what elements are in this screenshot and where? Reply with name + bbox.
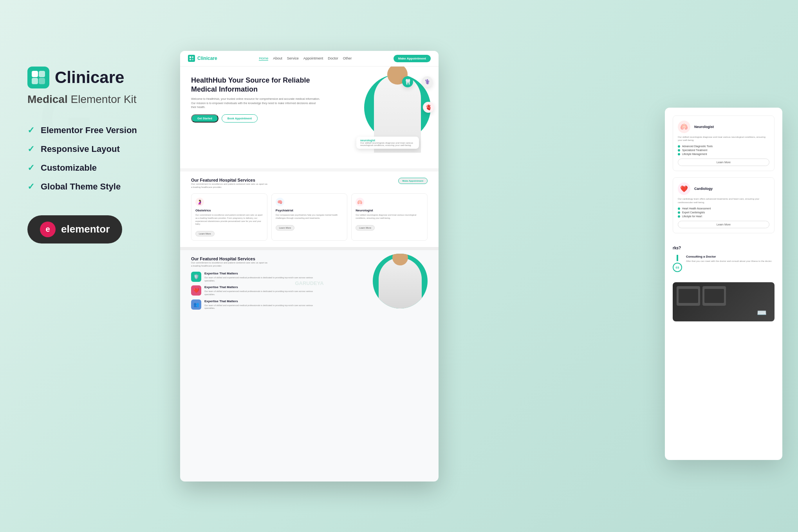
service-card-psychiatrist: 🧠 Psychiatrist Our compassionate psychia… — [271, 193, 348, 241]
section-2-desc: Our commitment to excellence and patient… — [191, 261, 269, 268]
expertise-icon-1: 🛡️ — [191, 272, 201, 282]
feature-cardio-dot-1 — [678, 207, 680, 210]
monitor-screen-2 — [704, 289, 724, 303]
feature-cardio-1: Heart Health Assessment — [678, 207, 769, 210]
feature-neuro-3: Lifestyle Management — [678, 153, 769, 155]
check-icon-3: ✓ — [27, 163, 34, 173]
features-list: ✓ Elementor Free Version ✓ Responsive La… — [27, 125, 172, 192]
feature-item-3: ✓ Customizable — [27, 163, 172, 173]
nav-link-home[interactable]: Home — [259, 56, 268, 61]
nav-link-service[interactable]: Service — [287, 56, 299, 61]
brand-icon — [27, 67, 49, 88]
psychiatrist-icon: 🧠 — [276, 198, 284, 206]
hero-section: HealthHub Your Source for Reliable Medic… — [180, 67, 439, 168]
keyboard-visual: ⌨️ — [757, 308, 767, 317]
nav-link-appointment[interactable]: Appointment — [303, 56, 323, 61]
obstetrics-emoji: 🤰 — [197, 200, 202, 205]
svg-rect-5 — [192, 56, 193, 58]
brand-svg-icon — [31, 70, 46, 85]
service-card-neurologist: 🫁 Neurologist Our skilled neurologists d… — [351, 193, 428, 241]
section-1-title: Our Featured Hospital Services — [191, 178, 269, 182]
monitor-screen-1 — [679, 289, 698, 303]
expertise-title-2: Expertise That Matters — [204, 285, 321, 289]
step-number-3: 03 — [673, 263, 682, 272]
section-1-title-area: Our Featured Hospital Services Our commi… — [191, 178, 269, 189]
step-connector: 03 — [673, 255, 682, 272]
hero-book-btn[interactable]: Book Appointment — [222, 114, 258, 123]
expertise-title-3: Expertise That Matters — [204, 299, 321, 303]
expertise-icon-2: ❤️ — [191, 285, 201, 296]
svg-rect-2 — [32, 78, 38, 84]
float-info-card: neurologist Our skilled neurologists dia… — [356, 137, 419, 149]
expertise-text-1: Expertise That Matters Our team of skill… — [204, 272, 321, 282]
float-tooth-icon: 🦷 — [402, 76, 413, 87]
specialist-features-2: Heart Health Assessment Expert Cardiolog… — [678, 207, 769, 218]
check-icon-2: ✓ — [27, 144, 34, 154]
obstetrics-learn-btn[interactable]: Learn More — [195, 231, 215, 236]
obstetrics-name: Obstetrics — [195, 209, 263, 212]
neurologist-emoji: 🫁 — [357, 200, 363, 205]
feature-label-2: Responsive Layout — [41, 144, 120, 154]
doctor-2-body — [379, 258, 422, 308]
monitor-group — [677, 286, 726, 306]
specialist-avatar-2: ❤️ — [678, 182, 690, 195]
hero-content: HealthHub Your Source for Reliable Medic… — [191, 76, 321, 123]
left-panel: Clinicare Medical Elementor Kit ✓ Elemen… — [16, 51, 184, 482]
expertise-desc-2: Our team of skilled and experienced medi… — [204, 290, 321, 296]
svg-rect-1 — [39, 71, 45, 77]
right-panel: 🫁 Neurologist Our skilled neurologists d… — [665, 108, 782, 460]
make-appointment-btn[interactable]: Make Appointment — [398, 178, 428, 184]
specialist-desc-2: Our cardiology team offers advanced trea… — [678, 197, 769, 204]
expertise-item-3: 👥 Expertise That Matters Our team of ski… — [191, 299, 321, 310]
specialist-features-1: Advanced Diagnostic Tools Specialized Tr… — [678, 145, 769, 155]
specialist-header-1: 🫁 Neurologist — [678, 121, 769, 133]
svg-rect-0 — [32, 71, 38, 77]
neurologist-icon: 🫁 — [356, 198, 364, 206]
nav-link-doctor[interactable]: Doctor — [328, 56, 338, 61]
doctor-2-image — [373, 254, 428, 308]
specialist-header-2: ❤️ Cardiology — [678, 182, 769, 195]
neurologist-learn-btn-right[interactable]: Learn More — [678, 159, 769, 166]
feature-neuro-1: Advanced Diagnostic Tools — [678, 145, 769, 148]
feature-dot-1 — [678, 145, 680, 148]
feature-cardio-text-1: Heart Health Assessment — [682, 207, 711, 210]
svg-rect-3 — [39, 78, 45, 84]
brand-name: Clinicare — [55, 68, 124, 87]
monitors-visual — [677, 286, 726, 306]
keyboard-icon: ⌨️ — [757, 308, 767, 317]
svg-rect-7 — [192, 59, 193, 60]
hero-title: HealthHub Your Source for Reliable Medic… — [191, 76, 321, 94]
hero-get-started-btn[interactable]: Get Started — [191, 114, 218, 123]
monitor-1 — [677, 286, 700, 306]
specialist-card-neurologist: 🫁 Neurologist Our skilled neurologists d… — [673, 115, 775, 171]
check-icon-4: ✓ — [27, 182, 34, 192]
expertise-item-1: 🛡️ Expertise That Matters Our team of sk… — [191, 272, 321, 282]
nav-brand-name: Clinicare — [197, 56, 217, 61]
cardiology-learn-btn-right[interactable]: Learn More — [678, 221, 769, 228]
specialist-name-1: Neurologist — [694, 125, 714, 129]
elementor-badge: e elementor — [27, 215, 122, 243]
nav-cta-button[interactable]: Make Appointment — [394, 55, 431, 62]
neurologist-name: Neurologist — [356, 209, 423, 212]
nav-link-about[interactable]: About — [273, 56, 282, 61]
psychiatrist-desc: Our compassionate psychiatrists help you… — [276, 214, 343, 220]
feature-item-4: ✓ Global Theme Style — [27, 182, 172, 192]
brand-logo: Clinicare — [27, 67, 172, 88]
step-title-3: Consulting a Doctor — [686, 255, 772, 258]
site-navigation: Clinicare Home About Service Appointment… — [180, 51, 439, 67]
expertise-desc-1: Our team of skilled and experienced medi… — [204, 276, 321, 282]
psychiatrist-learn-btn[interactable]: Learn More — [276, 225, 295, 231]
step-desc-3: After that you can meet with the doctor … — [686, 260, 772, 263]
nav-brand: Clinicare — [188, 55, 217, 62]
feature-neuro-2: Specialized Treatment — [678, 149, 769, 151]
feature-neuro-text-1: Advanced Diagnostic Tools — [682, 145, 713, 148]
brand-subtitle: Medical Elementor Kit — [27, 93, 172, 106]
right-bottom-image: ⌨️ — [673, 282, 775, 321]
neurologist-learn-btn[interactable]: Learn More — [356, 225, 375, 231]
nav-link-other[interactable]: Other — [343, 56, 352, 61]
feature-dot-2 — [678, 149, 680, 151]
check-icon-1: ✓ — [27, 125, 34, 135]
feature-cardio-3: Lifestyle for Heart — [678, 215, 769, 218]
section-1-header: Our Featured Hospital Services Our commi… — [191, 178, 428, 189]
monitor-2 — [702, 286, 726, 306]
